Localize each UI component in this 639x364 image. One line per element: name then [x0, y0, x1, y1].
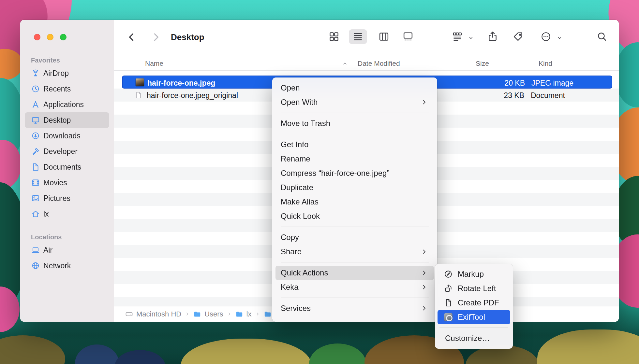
sidebar-item-applications[interactable]: Applications: [25, 97, 109, 112]
sidebar-item-documents[interactable]: Documents: [25, 159, 109, 175]
submenu-item-create-pdf[interactable]: Create PDF: [438, 296, 510, 310]
tag-icon: [513, 31, 524, 42]
desktop: Favorites AirDrop Recents Applications D…: [0, 0, 639, 364]
submenu-chevron-icon: [421, 284, 427, 290]
path-item-users[interactable]: Users: [193, 310, 223, 318]
list-view-icon: [352, 31, 363, 42]
group-by-chevron[interactable]: [468, 35, 474, 41]
submenu-item-markup[interactable]: Markup: [438, 267, 510, 281]
sidebar-item-recents[interactable]: Recents: [25, 81, 109, 97]
folder-icon: [193, 310, 201, 318]
sidebar-item-movies[interactable]: Movies: [25, 175, 109, 190]
sidebar-item-pictures[interactable]: Pictures: [25, 190, 109, 206]
menu-item-rename[interactable]: Rename: [275, 152, 434, 166]
sidebar-item-label: AirDrop: [43, 69, 69, 78]
menu-item-label: Compress “hair-force-one.jpeg”: [281, 169, 389, 178]
window-controls: [34, 34, 67, 40]
sidebar-item-airdrop[interactable]: AirDrop: [25, 65, 109, 81]
gallery-view-icon: [403, 31, 413, 42]
menu-item-keka[interactable]: Keka: [275, 280, 434, 294]
menu-item-label: Keka: [281, 283, 299, 292]
sidebar-item-label: Movies: [43, 178, 67, 187]
sidebar-item-network[interactable]: Network: [25, 258, 109, 273]
photo-icon: [31, 194, 40, 203]
share-button[interactable]: [487, 31, 498, 42]
menu-item-label: Open: [281, 83, 300, 92]
menu-item-label: Get Info: [281, 140, 308, 149]
menu-item-compress[interactable]: Compress “hair-force-one.jpeg”: [275, 166, 434, 180]
forward-button[interactable]: [150, 32, 161, 43]
menu-separator: [281, 262, 429, 262]
column-divider[interactable]: [471, 59, 471, 68]
sidebar-item-desktop[interactable]: Desktop: [25, 112, 109, 128]
sidebar-item-developer[interactable]: Developer: [25, 144, 109, 159]
menu-item-move-to-trash[interactable]: Move to Trash: [275, 116, 434, 131]
create-pdf-icon: [444, 299, 453, 307]
more-actions-chevron[interactable]: [557, 35, 562, 41]
column-divider[interactable]: [353, 59, 353, 68]
chevron-down-icon: [557, 35, 562, 41]
window-title: Desktop: [171, 32, 204, 42]
home-icon: [31, 210, 40, 218]
document-file-icon: [135, 91, 142, 99]
path-item-truncated[interactable]: [264, 310, 272, 318]
sidebar-item-label: Air: [43, 246, 52, 255]
path-item-macintosh-hd[interactable]: Macintosh HD: [125, 310, 181, 318]
zoom-button[interactable]: [60, 34, 67, 40]
menu-item-services[interactable]: Services: [275, 301, 434, 315]
group-by-button[interactable]: [452, 31, 463, 42]
sidebar-item-air[interactable]: Air: [25, 242, 109, 258]
menu-item-open[interactable]: Open: [275, 81, 434, 95]
view-columns-button[interactable]: [379, 31, 389, 42]
menu-item-make-alias[interactable]: Make Alias: [275, 195, 434, 209]
toolbar: Desktop: [114, 20, 619, 56]
folder-icon: [264, 310, 272, 318]
menu-item-copy[interactable]: Copy: [275, 230, 434, 245]
back-button[interactable]: [126, 32, 137, 43]
menu-item-quick-actions[interactable]: Quick Actions: [275, 266, 434, 280]
search-button[interactable]: [597, 31, 607, 42]
sidebar-item-label: Documents: [43, 163, 81, 172]
sidebar-item-home-lx[interactable]: lx: [25, 206, 109, 222]
column-header-date-modified[interactable]: Date Modified: [358, 60, 400, 67]
view-list-button[interactable]: [352, 31, 363, 42]
view-gallery-button[interactable]: [403, 31, 413, 42]
close-button[interactable]: [34, 34, 40, 40]
menu-separator: [281, 113, 429, 113]
tag-button[interactable]: [513, 31, 524, 42]
menu-item-open-with[interactable]: Open With: [275, 95, 434, 109]
menu-item-label: Copy: [281, 233, 299, 242]
chevron-left-icon: [126, 32, 137, 43]
path-item-label: Users: [204, 310, 223, 318]
view-grid-button[interactable]: [329, 31, 339, 42]
path-item-lx[interactable]: lx: [235, 310, 252, 318]
folder-icon: [235, 310, 243, 318]
column-headers: Name Date Modified Size Kind: [114, 56, 619, 71]
submenu-item-customize[interactable]: Customize…: [438, 331, 510, 345]
submenu-item-exiftool[interactable]: ExifTool: [438, 310, 510, 324]
column-header-name[interactable]: Name: [145, 60, 163, 67]
sort-ascending-icon[interactable]: [342, 61, 348, 66]
menu-item-duplicate[interactable]: Duplicate: [275, 180, 434, 195]
path-item-label: lx: [246, 310, 252, 318]
wallpaper-shape: [309, 343, 366, 364]
column-header-kind[interactable]: Kind: [539, 60, 552, 67]
more-actions-button[interactable]: [541, 31, 551, 42]
submenu-item-label: ExifTool: [458, 313, 485, 322]
submenu-item-rotate-left[interactable]: Rotate Left: [438, 281, 510, 296]
sidebar-item-label: Downloads: [43, 132, 81, 140]
sidebar-section-locations: Locations: [20, 232, 114, 242]
menu-item-get-info[interactable]: Get Info: [275, 137, 434, 152]
column-header-size[interactable]: Size: [476, 60, 489, 67]
column-divider[interactable]: [534, 59, 534, 68]
minimize-button[interactable]: [47, 34, 53, 40]
submenu-item-label: Rotate Left: [458, 284, 496, 293]
quick-actions-submenu: Markup Rotate Left Create PDF ExifTool C…: [435, 264, 513, 349]
menu-item-quick-look[interactable]: Quick Look: [275, 209, 434, 223]
desktop-icon: [31, 116, 40, 124]
menu-item-share[interactable]: Share: [275, 245, 434, 259]
chevron-down-icon: [468, 35, 474, 41]
menu-item-label: Move to Trash: [281, 119, 330, 128]
sidebar-item-downloads[interactable]: Downloads: [25, 128, 109, 144]
columns-view-icon: [379, 31, 389, 42]
